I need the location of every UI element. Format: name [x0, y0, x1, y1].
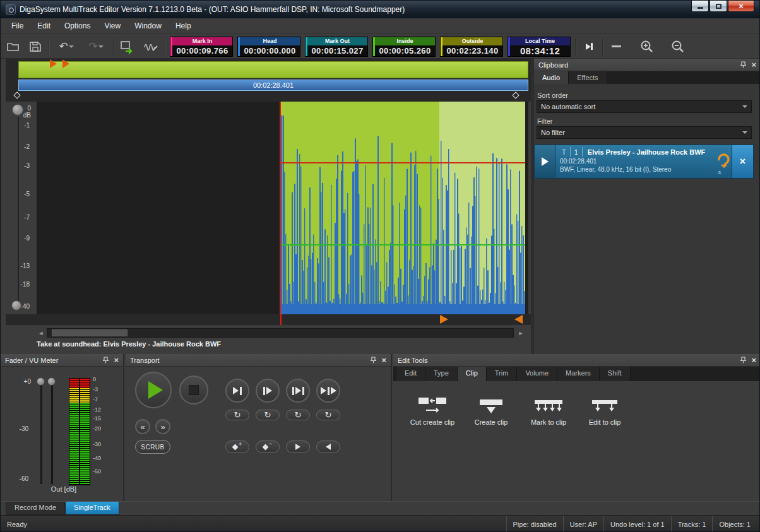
fader-track-right[interactable]	[51, 382, 53, 484]
sort-order-select[interactable]: No automatic sort	[537, 100, 752, 113]
time-display-head[interactable]: Head 00:00:00.000	[237, 37, 300, 57]
close-panel-icon[interactable]: ×	[114, 356, 119, 364]
set-mark-in-button[interactable]: +	[225, 440, 249, 453]
play-button[interactable]	[135, 372, 172, 408]
soundhead-cursor[interactable]	[280, 102, 281, 314]
play-to-mark-button[interactable]	[225, 379, 249, 403]
minimize-button[interactable]	[691, 1, 709, 12]
clipboard-tabstrip: Audio Effects	[534, 71, 760, 84]
item-info[interactable]: T 1 Elvis Presley - Jailhouse Rock BWF 0…	[555, 145, 715, 178]
undo-dropdown-icon[interactable]	[69, 45, 74, 50]
scrollbar-track[interactable]	[47, 328, 514, 338]
save-button[interactable]	[27, 38, 44, 56]
fader-knob-right[interactable]	[47, 377, 56, 386]
rewind-button[interactable]: «	[135, 419, 150, 434]
stop-button[interactable]	[179, 375, 208, 405]
menu-help[interactable]: Help	[169, 19, 198, 33]
pin-icon[interactable]	[103, 357, 109, 364]
waveform-view[interactable]	[37, 102, 528, 314]
time-display-mark-in[interactable]: Mark In 00:00:09.766	[170, 37, 233, 57]
scroll-right-icon[interactable]: ►	[516, 327, 526, 339]
loop-to-mark-button[interactable]: ↻	[225, 410, 249, 420]
tab-markers[interactable]: Markers	[557, 367, 600, 381]
scrollbar-thumb[interactable]	[52, 329, 128, 336]
item-remove-button[interactable]: ×	[732, 145, 753, 178]
overview-duration-bar[interactable]: 00:02:28.401	[18, 80, 528, 91]
nudge-back-button[interactable]	[316, 440, 340, 453]
export-to-track-button[interactable]	[118, 38, 137, 56]
open-button[interactable]	[4, 38, 22, 56]
maximize-button[interactable]	[710, 1, 727, 12]
loop-from-mark-button[interactable]: ↻	[256, 410, 280, 420]
zoom-in-button[interactable]	[638, 38, 656, 56]
collapse-chevron-icon[interactable]: »	[716, 171, 723, 175]
item-play-button[interactable]	[535, 145, 555, 178]
tab-type[interactable]: Type	[425, 367, 458, 381]
clipboard-item[interactable]: T 1 Elvis Presley - Jailhouse Rock BWF 0…	[534, 145, 754, 179]
undo-button[interactable]: ↶	[54, 38, 79, 56]
time-display-outside[interactable]: Outside 00:02:23.140	[440, 37, 503, 57]
menu-edit[interactable]: Edit	[30, 19, 57, 33]
filter-select[interactable]: No filter	[537, 126, 752, 139]
menu-options[interactable]: Options	[57, 19, 97, 33]
zoom-fit-button[interactable]	[607, 38, 625, 56]
head-label: Head	[238, 37, 300, 45]
tab-shift[interactable]: Shift	[600, 367, 631, 381]
time-display-mark-out[interactable]: Mark Out 00:00:15.027	[305, 37, 368, 57]
volume-envelope-line[interactable]	[280, 244, 525, 245]
forward-button[interactable]: »	[155, 419, 170, 434]
play-from-mark-button[interactable]	[256, 379, 280, 403]
tab-effects[interactable]: Effects	[569, 71, 607, 84]
tab-record-mode[interactable]: Record Mode	[6, 502, 65, 515]
clip-marker-right-icon[interactable]	[440, 315, 448, 324]
waveform-edit-button[interactable]	[141, 38, 160, 56]
set-mark-out-button[interactable]: −	[256, 440, 280, 453]
menu-file[interactable]: File	[4, 19, 30, 33]
loop-between-marks-button[interactable]: ↻	[286, 410, 310, 420]
redo-button[interactable]: ↷	[83, 38, 109, 56]
overview-marker-in-icon[interactable]	[50, 59, 57, 68]
loop-around-cursor-button[interactable]: ↻	[316, 410, 340, 420]
close-button[interactable]: ×	[728, 1, 754, 12]
tab-clip[interactable]: Clip	[458, 367, 487, 381]
close-panel-icon[interactable]: ×	[751, 356, 756, 364]
nudge-forward-button[interactable]	[286, 440, 310, 453]
pin-icon[interactable]	[371, 357, 376, 364]
redo-dropdown-icon[interactable]	[98, 45, 104, 50]
range-diamond-right-icon[interactable]	[512, 92, 519, 98]
play-between-marks-button[interactable]	[286, 379, 310, 403]
tab-audio[interactable]: Audio	[534, 71, 569, 84]
tab-volume[interactable]: Volume	[517, 367, 557, 381]
go-to-soundhead-button[interactable]	[580, 38, 598, 56]
scrub-button[interactable]: SCRUB	[135, 440, 170, 454]
overview-marker-out-icon[interactable]	[62, 59, 69, 68]
overview-take-bar[interactable]	[18, 61, 528, 78]
tab-edit[interactable]: Edit	[396, 367, 425, 381]
clip-marker-left-icon[interactable]	[514, 315, 523, 324]
time-display-local-time[interactable]: Local Time 08:34:12	[508, 37, 571, 57]
fader-knob-left[interactable]	[37, 377, 45, 386]
play-around-cursor-button[interactable]	[316, 379, 340, 403]
overview-strip[interactable]: 00:02:28.401	[6, 59, 531, 102]
tab-trim[interactable]: Trim	[487, 367, 518, 381]
close-panel-icon[interactable]: ×	[381, 356, 386, 364]
pin-icon[interactable]	[740, 357, 746, 364]
horizontal-scrollbar[interactable]: ◄ ►	[6, 327, 531, 339]
menu-view[interactable]: View	[97, 19, 128, 33]
close-panel-icon[interactable]: ×	[751, 61, 756, 69]
level-fader-knob[interactable]	[11, 300, 21, 310]
edit-to-clip-button[interactable]: Edit to clip	[574, 392, 635, 426]
tab-singletrack[interactable]: SingleTrack	[65, 502, 119, 515]
pin-icon[interactable]	[740, 61, 746, 68]
cut-create-clip-button[interactable]: Cut create clip	[402, 392, 463, 426]
range-diamond-left-icon[interactable]	[13, 92, 20, 98]
time-display-inside[interactable]: Inside 00:00:05.260	[372, 37, 436, 57]
create-clip-button[interactable]: Create clip	[461, 392, 521, 426]
fader-track-left[interactable]	[40, 382, 42, 484]
scrub-label: SCRUB	[141, 444, 165, 451]
menu-window[interactable]: Window	[128, 19, 169, 33]
zoom-out-button[interactable]	[669, 38, 687, 56]
waveform-canvas[interactable]	[37, 102, 528, 314]
mark-to-clip-button[interactable]: Mark to clip	[518, 392, 579, 426]
scroll-left-icon[interactable]: ◄	[36, 327, 46, 339]
